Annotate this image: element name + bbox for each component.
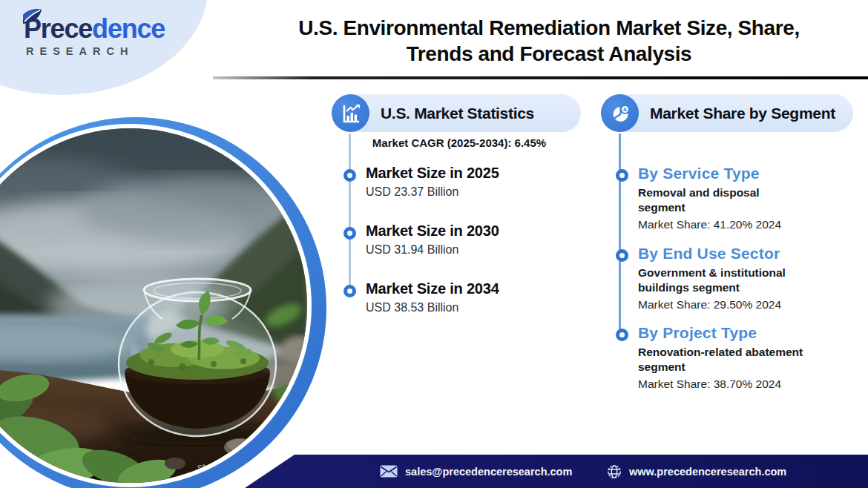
segment-name-line1: Renovation-related abatement [638, 346, 803, 358]
segment-share: Market Share: 29.50% 2024 [638, 298, 786, 311]
globe-icon [607, 464, 622, 479]
bullet-icon [616, 169, 628, 182]
footer-website-text: www.precedenceresearch.com [629, 466, 786, 478]
page-title-line1: U.S. Environmental Remediation Market Si… [298, 16, 800, 39]
bullet-icon [343, 285, 356, 297]
footer-email-link[interactable]: sales@precedenceresearch.com [380, 455, 572, 488]
segments-icon-circle: A [601, 94, 639, 132]
page-title-line2: Trends and Forecast Analysis [407, 42, 692, 65]
bullet-icon [343, 169, 356, 182]
pie-chart-icon: A [609, 102, 631, 125]
stat-item-2030: Market Size in 2030 USD 31.94 Billion [338, 222, 499, 257]
segment-name: Renovation-related abatement segment [638, 345, 803, 375]
segment-name-line1: Government & institutional [638, 266, 786, 279]
stat-value: USD 23.37 Billion [366, 185, 499, 199]
market-cagr: Market CAGR (2025-2034): 6.45% [338, 136, 581, 149]
footer-email-text: sales@precedenceresearch.com [405, 466, 572, 478]
brand-logo[interactable]: Precedence RESEARCH [22, 12, 165, 57]
segment-title: By Project Type [638, 324, 803, 342]
stat-title: Market Size in 2034 [366, 280, 499, 297]
brand-name: Precedence [22, 12, 165, 46]
segment-name-line2: buildings segment [638, 281, 740, 294]
stat-item-2025: Market Size in 2025 USD 23.37 Billion [338, 165, 499, 199]
segment-name: Removal and disposal segment [638, 185, 781, 215]
segment-name-line2: segment [638, 201, 685, 214]
bullet-icon [616, 329, 628, 341]
segments-header-label: Market Share by Segment [650, 105, 835, 122]
envelope-icon [380, 465, 398, 478]
stats-header-label: U.S. Market Statistics [381, 105, 534, 122]
stat-item-2034: Market Size in 2034 USD 38.53 Billion [338, 280, 499, 314]
segment-title: By Service Type [638, 165, 781, 182]
stat-value: USD 38.53 Billion [366, 301, 499, 314]
bullet-icon [343, 227, 356, 240]
segment-name: Government & institutional buildings seg… [638, 266, 786, 295]
stat-value: USD 31.94 Billion [366, 243, 499, 257]
infographic-canvas: sales@precedenceresearch.com www.precede… [0, 0, 868, 488]
page-title: U.S. Environmental Remediation Market Si… [263, 15, 835, 67]
bullet-icon [616, 249, 628, 262]
segment-name-line1: Removal and disposal [638, 186, 760, 199]
footer-website-link[interactable]: www.precedenceresearch.com [607, 455, 786, 488]
stats-icon-circle [332, 94, 369, 132]
brand-name-blue: dence [92, 13, 165, 44]
stat-title: Market Size in 2030 [366, 222, 499, 240]
svg-text:A: A [622, 106, 627, 113]
segment-item-project-type: By Project Type Renovation-related abate… [610, 324, 803, 391]
stats-section-header: U.S. Market Statistics [338, 94, 581, 132]
segment-name-line2: segment [638, 360, 685, 373]
segment-item-service-type: By Service Type Removal and disposal seg… [610, 165, 781, 231]
stats-connector-line [349, 133, 351, 288]
segment-title: By End Use Sector [638, 245, 786, 263]
segment-share: Market Share: 38.70% 2024 [638, 377, 803, 391]
leaf-icon [21, 7, 43, 33]
brand-subtitle: RESEARCH [22, 45, 165, 57]
segment-item-end-use-sector: By End Use Sector Government & instituti… [610, 245, 786, 311]
segment-share: Market Share: 41.20% 2024 [638, 218, 781, 231]
bar-chart-icon [341, 103, 361, 124]
stat-title: Market Size in 2025 [366, 165, 499, 182]
segments-section-header: Market Share by Segment [607, 94, 853, 132]
title-underline [213, 76, 868, 79]
